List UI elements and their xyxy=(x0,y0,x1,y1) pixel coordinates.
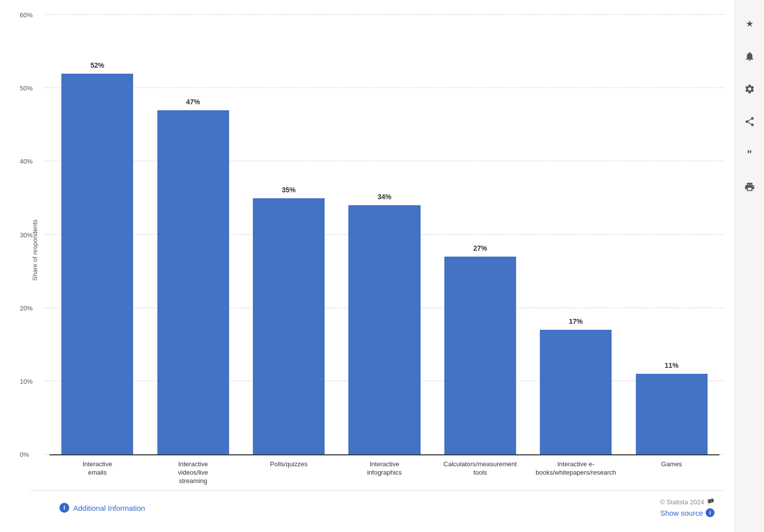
bars-container: 52%47%35%34%27%17%11% xyxy=(45,15,724,454)
main-container: Share of respondents 0%10%20%30%40%50%60… xyxy=(0,0,764,532)
show-source-button[interactable]: Show source i xyxy=(660,508,715,517)
bar-6: 11% xyxy=(636,374,708,454)
bar-value-label: 35% xyxy=(253,186,325,194)
bar-value-label: 17% xyxy=(540,317,612,325)
bar-1: 47% xyxy=(157,110,229,455)
bar-group: 27% xyxy=(432,15,528,454)
quote-icon[interactable]: " xyxy=(741,145,759,163)
bar-group: 47% xyxy=(145,15,240,454)
additional-info-button[interactable]: i Additional Information xyxy=(59,503,145,513)
bar-value-label: 34% xyxy=(348,193,420,201)
x-axis: InteractiveemailsInteractivevideos/lives… xyxy=(45,455,724,486)
bar-group: 11% xyxy=(624,15,719,454)
bar-value-label: 11% xyxy=(636,361,708,369)
additional-info-label: Additional Information xyxy=(73,504,145,512)
chart-wrapper: Share of respondents 0%10%20%30%40%50%60… xyxy=(30,15,724,486)
info-icon: i xyxy=(59,503,69,513)
bell-icon[interactable] xyxy=(741,47,759,65)
chart-plot: 0%10%20%30%40%50%60%52%47%35%34%27%17%11… xyxy=(45,15,724,454)
bar-3: 34% xyxy=(348,205,420,454)
x-tick-label: Interactive e-books/whitepapers/research xyxy=(528,455,623,486)
x-tick-label: Interactiveemails xyxy=(49,455,145,486)
bar-5: 17% xyxy=(540,330,612,454)
chart-area: Share of respondents 0%10%20%30%40%50%60… xyxy=(0,0,734,532)
bar-group: 17% xyxy=(528,15,623,454)
show-source-label: Show source xyxy=(660,509,703,517)
show-source-info-icon: i xyxy=(706,508,715,517)
x-tick-label: Interactivevideos/livestreaming xyxy=(145,455,240,486)
bar-value-label: 27% xyxy=(444,244,516,252)
bar-group: 34% xyxy=(336,15,432,454)
flag-icon: 🏴 xyxy=(707,498,715,506)
bottom-bar: i Additional Information © Statista 2024… xyxy=(30,490,724,522)
statista-credit: © Statista 2024 🏴 xyxy=(660,498,715,506)
print-icon[interactable] xyxy=(741,178,759,196)
share-icon[interactable] xyxy=(741,113,759,131)
bar-group: 52% xyxy=(49,15,145,454)
chart-inner: 0%10%20%30%40%50%60%52%47%35%34%27%17%11… xyxy=(45,15,724,486)
bar-0: 52% xyxy=(61,74,133,455)
bottom-right: © Statista 2024 🏴 Show source i xyxy=(660,498,715,517)
bar-group: 35% xyxy=(241,15,336,454)
x-tick-label: Polls/quizzes xyxy=(241,455,336,486)
star-icon[interactable]: ★ xyxy=(741,15,759,33)
x-tick-label: Games xyxy=(624,455,719,486)
bar-value-label: 52% xyxy=(61,61,133,69)
sidebar: ★ " xyxy=(734,0,764,532)
x-tick-label: Calculators/measurementtools xyxy=(432,455,528,486)
bar-2: 35% xyxy=(253,198,325,455)
x-tick-label: Interactiveinfographics xyxy=(336,455,432,486)
bar-value-label: 47% xyxy=(157,98,229,106)
gear-icon[interactable] xyxy=(741,80,759,98)
bar-4: 27% xyxy=(444,257,516,454)
